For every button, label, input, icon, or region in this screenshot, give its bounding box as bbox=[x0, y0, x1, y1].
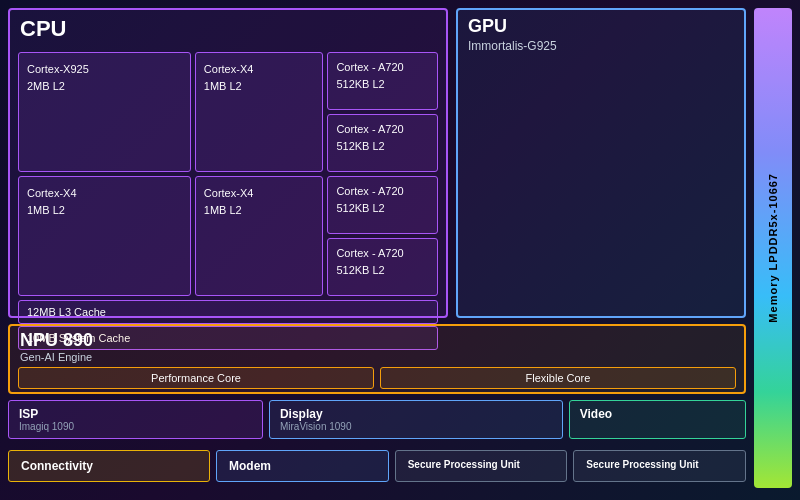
core-a720-bot-2: Cortex - A720 512KB L2 bbox=[327, 238, 438, 296]
core-a720-top-2-cache: 512KB L2 bbox=[336, 140, 384, 152]
secure-unit-1: Secure Processing Unit bbox=[395, 450, 568, 482]
npu-flexible-core: Flexible Core bbox=[380, 367, 736, 389]
isp-cell: ISP Imagiq 1090 bbox=[8, 400, 263, 439]
memory-label: Memory LPDDR5x-10667 bbox=[767, 173, 779, 323]
core-a720-top-1: Cortex - A720 512KB L2 bbox=[327, 52, 438, 110]
core-x4-bot-left-name: Cortex-X4 bbox=[27, 187, 77, 199]
core-x4-bot-mid: Cortex-X4 1MB L2 bbox=[195, 176, 324, 296]
main-container: Memory LPDDR5x-10667 CPU Cortex-X925 2MB… bbox=[0, 0, 800, 500]
core-a720-bot-2-name: Cortex - A720 bbox=[336, 247, 403, 259]
core-x4-bot-left-cache: 1MB L2 bbox=[27, 204, 65, 216]
npu-subtitle: Gen-AI Engine bbox=[10, 351, 103, 367]
core-x4-top: Cortex-X4 1MB L2 bbox=[195, 52, 324, 172]
core-a720-top-2: Cortex - A720 512KB L2 bbox=[327, 114, 438, 172]
gpu-subtitle: Immortalis-G925 bbox=[458, 39, 744, 59]
cpu-cores-top: Cortex-X925 2MB L2 Cortex-X4 1MB L2 Cort… bbox=[18, 52, 438, 172]
cpu-l3-cache: 12MB L3 Cache bbox=[18, 300, 438, 324]
core-a720-bot-1-cache: 512KB L2 bbox=[336, 202, 384, 214]
cpu-section: CPU Cortex-X925 2MB L2 Cortex-X4 1MB L2 … bbox=[8, 8, 448, 318]
gpu-section: GPU Immortalis-G925 bbox=[456, 8, 746, 318]
display-cell: Display MiraVision 1090 bbox=[269, 400, 563, 439]
core-a720-top-2-name: Cortex - A720 bbox=[336, 123, 403, 135]
display-title: Display bbox=[280, 407, 552, 421]
core-a720-bot-col: Cortex - A720 512KB L2 Cortex - A720 512… bbox=[327, 176, 438, 296]
conn-row: Connectivity Modem Secure Processing Uni… bbox=[8, 450, 746, 482]
cpu-title: CPU bbox=[10, 10, 446, 48]
modem-cell: Modem bbox=[216, 450, 389, 482]
secure-unit-2: Secure Processing Unit bbox=[573, 450, 746, 482]
bottom-row: ISP Imagiq 1090 Display MiraVision 1090 … bbox=[8, 400, 746, 439]
video-title: Video bbox=[580, 407, 735, 421]
npu-performance-core: Performance Core bbox=[18, 367, 374, 389]
core-x4-top-name: Cortex-X4 bbox=[204, 63, 254, 75]
npu-cores-row: Performance Core Flexible Core bbox=[10, 367, 744, 395]
core-x4-bot-left: Cortex-X4 1MB L2 bbox=[18, 176, 191, 296]
core-x925: Cortex-X925 2MB L2 bbox=[18, 52, 191, 172]
npu-section: NPU 890 Gen-AI Engine Performance Core F… bbox=[8, 324, 746, 394]
core-x4-top-cache: 1MB L2 bbox=[204, 80, 242, 92]
core-a720-top-1-name: Cortex - A720 bbox=[336, 61, 403, 73]
memory-strip: Memory LPDDR5x-10667 bbox=[754, 8, 792, 488]
gpu-title: GPU bbox=[458, 10, 744, 39]
core-a720-top-col: Cortex - A720 512KB L2 Cortex - A720 512… bbox=[327, 52, 438, 172]
core-x4-bot-mid-name: Cortex-X4 bbox=[204, 187, 254, 199]
display-sub: MiraVision 1090 bbox=[280, 421, 552, 432]
isp-sub: Imagiq 1090 bbox=[19, 421, 252, 432]
core-a720-top-1-cache: 512KB L2 bbox=[336, 78, 384, 90]
isp-title: ISP bbox=[19, 407, 252, 421]
core-a720-bot-1-name: Cortex - A720 bbox=[336, 185, 403, 197]
cpu-cores-bottom: Cortex-X4 1MB L2 Cortex-X4 1MB L2 Cortex… bbox=[18, 176, 438, 296]
npu-title: NPU 890 bbox=[10, 326, 103, 351]
core-x925-cache: 2MB L2 bbox=[27, 80, 65, 92]
core-x4-bot-mid-cache: 1MB L2 bbox=[204, 204, 242, 216]
core-a720-bot-1: Cortex - A720 512KB L2 bbox=[327, 176, 438, 234]
connectivity-cell: Connectivity bbox=[8, 450, 210, 482]
video-cell: Video bbox=[569, 400, 746, 439]
core-x925-name: Cortex-X925 bbox=[27, 63, 89, 75]
core-a720-bot-2-cache: 512KB L2 bbox=[336, 264, 384, 276]
